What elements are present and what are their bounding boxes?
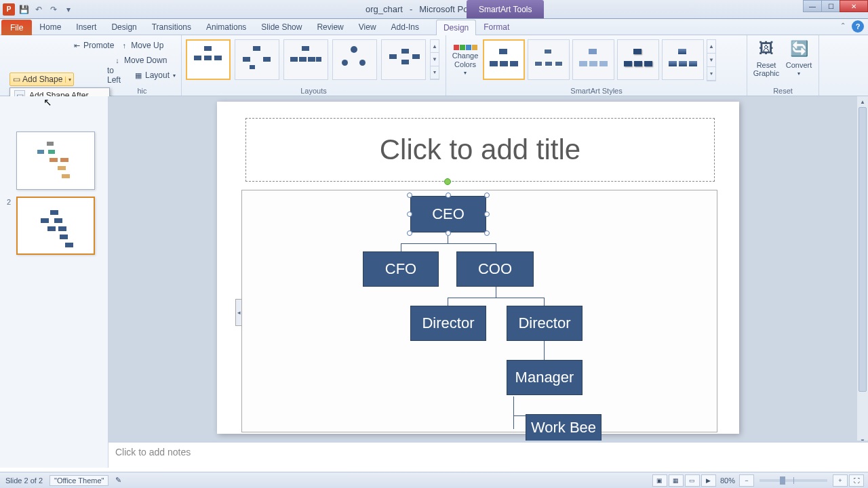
gallery-more-icon[interactable]: ▾ bbox=[431, 66, 439, 79]
tab-view[interactable]: View bbox=[351, 19, 384, 35]
style-option-3[interactable] bbox=[572, 39, 614, 80]
selection-handle[interactable] bbox=[407, 211, 412, 217]
qat-customize-icon[interactable]: ▾ bbox=[62, 3, 75, 16]
gallery-down-icon[interactable]: ▼ bbox=[707, 54, 715, 67]
layout-option-3[interactable] bbox=[283, 39, 328, 80]
promote-button[interactable]: ⇤Promote bbox=[69, 39, 117, 52]
slide-indicator: Slide 2 of 2 bbox=[5, 476, 43, 485]
create-graphic-group: ⇤Promote ↑Move Up xx ↓Move Down to Left … bbox=[0, 35, 182, 96]
styles-gallery-scroll[interactable]: ▲▼▾ bbox=[707, 39, 716, 81]
zoom-slider[interactable] bbox=[760, 479, 827, 482]
selection-handle[interactable] bbox=[484, 211, 490, 217]
org-node-coo[interactable]: COO bbox=[456, 251, 534, 287]
slide-thumbnail-1[interactable] bbox=[16, 131, 100, 190]
tab-home[interactable]: Home bbox=[32, 19, 68, 35]
scroll-thumb[interactable] bbox=[859, 107, 867, 392]
zoom-thumb[interactable] bbox=[780, 476, 785, 485]
vertical-scrollbar[interactable]: ▲ ▼ ⤊ ⤋ bbox=[857, 96, 868, 468]
zoom-out-button[interactable]: − bbox=[739, 474, 754, 487]
tab-smartart-format[interactable]: Format bbox=[476, 19, 517, 35]
selection-handle[interactable] bbox=[446, 230, 451, 236]
gallery-down-icon[interactable]: ▼ bbox=[431, 53, 439, 66]
save-icon[interactable]: 💾 bbox=[18, 3, 30, 16]
slide-editor[interactable]: Click to add title ◂ CEO bbox=[108, 96, 868, 468]
normal-view-button[interactable]: ▣ bbox=[652, 474, 667, 487]
layouts-label: Layouts bbox=[182, 87, 446, 95]
tab-animations[interactable]: Animations bbox=[199, 19, 254, 35]
slideshow-view-button[interactable]: ▶ bbox=[701, 474, 716, 487]
selection-handle[interactable] bbox=[407, 192, 412, 198]
style-option-5[interactable] bbox=[662, 39, 704, 80]
style-option-2[interactable] bbox=[528, 39, 570, 80]
tab-review[interactable]: Review bbox=[309, 19, 351, 35]
convert-button[interactable]: 🔄Convert▾ bbox=[783, 38, 815, 77]
org-node-ceo[interactable]: CEO bbox=[410, 196, 486, 232]
tab-insert[interactable]: Insert bbox=[68, 19, 104, 35]
slide-canvas[interactable]: Click to add title ◂ CEO bbox=[217, 102, 739, 434]
smartart-tools-header: SmartArt Tools bbox=[467, 0, 544, 18]
style-option-4[interactable] bbox=[617, 39, 659, 80]
layout-button[interactable]: ▦Layout▾ bbox=[131, 69, 178, 81]
style-option-1[interactable] bbox=[483, 39, 525, 80]
text-pane-toggle[interactable]: ◂ bbox=[235, 299, 242, 326]
notes-pane[interactable]: Click to add notes bbox=[108, 441, 868, 468]
zoom-in-button[interactable]: + bbox=[833, 474, 848, 487]
minimize-button[interactable]: — bbox=[803, 0, 822, 12]
gallery-up-icon[interactable]: ▲ bbox=[707, 40, 715, 54]
tab-design[interactable]: Design bbox=[104, 19, 144, 35]
redo-icon[interactable]: ↷ bbox=[47, 3, 60, 16]
title-placeholder[interactable]: Click to add title bbox=[245, 118, 715, 182]
minimize-ribbon-button[interactable]: ⌃ bbox=[838, 20, 848, 30]
tab-file[interactable]: File bbox=[1, 20, 32, 35]
org-node-manager[interactable]: Manager bbox=[507, 360, 583, 395]
titlebar: P 💾 ↶ ↷ ▾ org_chart - Microsoft PowerPoi… bbox=[0, 0, 868, 19]
create-graphic-label: hic bbox=[103, 87, 181, 95]
maximize-button[interactable]: ☐ bbox=[821, 0, 840, 12]
ribbon-tabs: File Home Insert Design Transitions Anim… bbox=[0, 19, 868, 35]
smartart-container[interactable]: ◂ CEO bbox=[241, 190, 717, 432]
layout-option-2[interactable] bbox=[235, 39, 279, 80]
selection-handle[interactable] bbox=[484, 192, 490, 198]
reset-graphic-icon: 🖼 bbox=[755, 38, 777, 60]
undo-icon[interactable]: ↶ bbox=[33, 3, 45, 16]
app-logo-icon[interactable]: P bbox=[3, 3, 15, 16]
org-node-director-2[interactable]: Director bbox=[507, 306, 583, 341]
slide-panel[interactable]: 2 bbox=[0, 96, 108, 468]
layout-option-5[interactable] bbox=[381, 39, 426, 80]
tab-slideshow[interactable]: Slide Show bbox=[254, 19, 309, 35]
reading-view-button[interactable]: ▭ bbox=[685, 474, 700, 487]
layout-option-4[interactable] bbox=[332, 39, 377, 80]
layouts-gallery-scroll[interactable]: ▲▼▾ bbox=[430, 39, 439, 80]
org-node-director-1[interactable]: Director bbox=[410, 306, 486, 341]
selection-handle[interactable] bbox=[407, 230, 412, 236]
slide-thumbnail-2[interactable]: 2 bbox=[16, 197, 100, 255]
org-node-workbee[interactable]: Work Bee bbox=[526, 414, 601, 441]
org-node-cfo[interactable]: CFO bbox=[363, 251, 439, 287]
layout-option-1[interactable] bbox=[186, 39, 231, 80]
rotate-handle[interactable] bbox=[444, 178, 451, 185]
sorter-view-button[interactable]: ▦ bbox=[669, 474, 684, 487]
tab-addins[interactable]: Add-Ins bbox=[384, 19, 427, 35]
selection-handle[interactable] bbox=[484, 230, 490, 236]
fit-to-window-button[interactable]: ⛶ bbox=[849, 474, 864, 487]
add-shape-dropdown-button[interactable]: ▾ bbox=[65, 77, 73, 83]
change-colors-button[interactable]: Change Colors ▾ bbox=[449, 37, 481, 84]
gallery-more-icon[interactable]: ▾ bbox=[707, 67, 715, 81]
gallery-up-icon[interactable]: ▲ bbox=[431, 40, 439, 53]
right-to-left-button[interactable]: to Left bbox=[104, 64, 131, 86]
document-name: org_chart bbox=[366, 4, 403, 14]
scroll-up-icon[interactable]: ▲ bbox=[857, 96, 868, 107]
tab-transitions[interactable]: Transitions bbox=[144, 19, 199, 35]
move-up-button[interactable]: ↑Move Up bbox=[117, 39, 166, 52]
add-shape-icon: ▭ bbox=[13, 75, 20, 84]
add-shape-button[interactable]: ▭Add Shape bbox=[10, 73, 65, 85]
add-shape-splitbutton: ▭Add Shape ▾ ▭Add Shape After ▭Add Shape… bbox=[9, 73, 74, 86]
spellcheck-icon[interactable]: ✎ bbox=[115, 476, 121, 485]
reset-graphic-button[interactable]: 🖼Reset Graphic bbox=[750, 38, 783, 77]
slide-number-label: 2 bbox=[7, 198, 11, 206]
layouts-group: ▲▼▾ Layouts bbox=[182, 35, 446, 96]
selection-handle[interactable] bbox=[446, 192, 451, 198]
close-button[interactable]: ✕ bbox=[840, 0, 868, 12]
tab-smartart-design[interactable]: Design bbox=[436, 20, 476, 35]
help-button[interactable]: ? bbox=[852, 20, 864, 33]
